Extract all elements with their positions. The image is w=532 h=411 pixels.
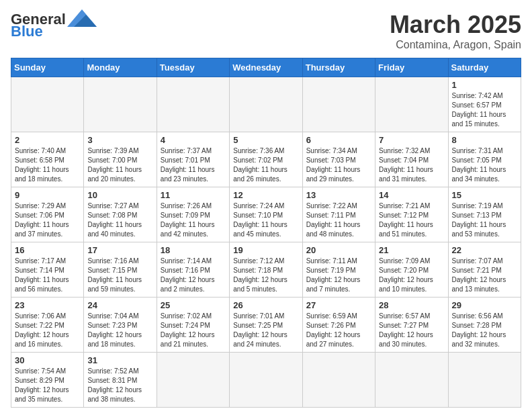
day-number: 14 bbox=[379, 190, 444, 200]
day-info: Sunrise: 7:21 AM Sunset: 7:12 PM Dayligh… bbox=[379, 201, 444, 239]
calendar-cell: 27Sunrise: 6:59 AM Sunset: 7:26 PM Dayli… bbox=[302, 298, 375, 353]
day-info: Sunrise: 7:16 AM Sunset: 7:15 PM Dayligh… bbox=[87, 257, 152, 294]
calendar-cell: 15Sunrise: 7:19 AM Sunset: 7:13 PM Dayli… bbox=[448, 187, 521, 242]
calendar-cell bbox=[302, 77, 375, 132]
day-number: 5 bbox=[233, 135, 298, 145]
day-number: 27 bbox=[306, 300, 371, 310]
day-info: Sunrise: 7:17 AM Sunset: 7:14 PM Dayligh… bbox=[15, 257, 80, 294]
day-number: 19 bbox=[233, 245, 298, 255]
day-info: Sunrise: 7:37 AM Sunset: 7:01 PM Dayligh… bbox=[161, 146, 226, 184]
day-info: Sunrise: 7:39 AM Sunset: 7:00 PM Dayligh… bbox=[87, 146, 152, 184]
calendar-cell bbox=[230, 77, 302, 132]
calendar-cell: 7Sunrise: 7:32 AM Sunset: 7:04 PM Daylig… bbox=[375, 132, 448, 187]
day-info: Sunrise: 6:56 AM Sunset: 7:28 PM Dayligh… bbox=[452, 312, 517, 349]
day-info: Sunrise: 7:31 AM Sunset: 7:05 PM Dayligh… bbox=[452, 146, 517, 184]
day-info: Sunrise: 6:57 AM Sunset: 7:27 PM Dayligh… bbox=[379, 312, 444, 349]
calendar-cell bbox=[448, 353, 521, 408]
day-number: 15 bbox=[452, 190, 517, 200]
calendar-cell: 2Sunrise: 7:40 AM Sunset: 6:58 PM Daylig… bbox=[11, 132, 84, 187]
calendar-cell bbox=[157, 77, 229, 132]
calendar-cell bbox=[230, 353, 302, 408]
day-info: Sunrise: 7:52 AM Sunset: 8:31 PM Dayligh… bbox=[87, 367, 152, 404]
calendar-cell: 16Sunrise: 7:17 AM Sunset: 7:14 PM Dayli… bbox=[11, 242, 84, 298]
day-info: Sunrise: 7:54 AM Sunset: 8:29 PM Dayligh… bbox=[15, 367, 80, 404]
day-info: Sunrise: 7:12 AM Sunset: 7:18 PM Dayligh… bbox=[233, 257, 298, 294]
day-number: 10 bbox=[87, 190, 152, 200]
calendar-cell: 28Sunrise: 6:57 AM Sunset: 7:27 PM Dayli… bbox=[375, 298, 448, 353]
day-info: Sunrise: 7:14 AM Sunset: 7:16 PM Dayligh… bbox=[161, 257, 226, 294]
weekday-header-wednesday: Wednesday bbox=[230, 58, 302, 77]
day-info: Sunrise: 7:09 AM Sunset: 7:20 PM Dayligh… bbox=[379, 257, 444, 294]
calendar-cell: 12Sunrise: 7:24 AM Sunset: 7:10 PM Dayli… bbox=[230, 187, 302, 242]
weekday-header-tuesday: Tuesday bbox=[157, 58, 229, 77]
calendar-cell: 23Sunrise: 7:06 AM Sunset: 7:22 PM Dayli… bbox=[11, 298, 84, 353]
month-title: March 2025 bbox=[390, 11, 521, 39]
day-info: Sunrise: 6:59 AM Sunset: 7:26 PM Dayligh… bbox=[306, 312, 371, 349]
title-area: March 2025 Contamina, Aragon, Spain bbox=[390, 11, 521, 51]
calendar-cell: 21Sunrise: 7:09 AM Sunset: 7:20 PM Dayli… bbox=[375, 242, 448, 298]
day-info: Sunrise: 7:34 AM Sunset: 7:03 PM Dayligh… bbox=[306, 146, 371, 184]
day-number: 17 bbox=[87, 245, 152, 255]
day-number: 29 bbox=[452, 300, 517, 310]
day-number: 30 bbox=[15, 355, 80, 365]
calendar-cell: 24Sunrise: 7:04 AM Sunset: 7:23 PM Dayli… bbox=[84, 298, 157, 353]
calendar-cell bbox=[375, 77, 448, 132]
logo-icon bbox=[67, 8, 97, 28]
calendar-cell: 25Sunrise: 7:02 AM Sunset: 7:24 PM Dayli… bbox=[157, 298, 229, 353]
day-number: 2 bbox=[15, 135, 80, 145]
day-info: Sunrise: 7:32 AM Sunset: 7:04 PM Dayligh… bbox=[379, 146, 444, 184]
weekday-header-monday: Monday bbox=[84, 58, 157, 77]
calendar-cell: 1Sunrise: 7:42 AM Sunset: 6:57 PM Daylig… bbox=[448, 77, 521, 132]
day-number: 18 bbox=[161, 245, 226, 255]
day-number: 24 bbox=[87, 300, 152, 310]
day-info: Sunrise: 7:11 AM Sunset: 7:19 PM Dayligh… bbox=[306, 257, 371, 294]
calendar-cell: 31Sunrise: 7:52 AM Sunset: 8:31 PM Dayli… bbox=[84, 353, 157, 408]
calendar-cell: 3Sunrise: 7:39 AM Sunset: 7:00 PM Daylig… bbox=[84, 132, 157, 187]
day-number: 11 bbox=[161, 190, 226, 200]
calendar-cell: 4Sunrise: 7:37 AM Sunset: 7:01 PM Daylig… bbox=[157, 132, 229, 187]
day-number: 9 bbox=[15, 190, 80, 200]
calendar-cell: 19Sunrise: 7:12 AM Sunset: 7:18 PM Dayli… bbox=[230, 242, 302, 298]
day-info: Sunrise: 7:42 AM Sunset: 6:57 PM Dayligh… bbox=[452, 91, 517, 129]
day-number: 16 bbox=[15, 245, 80, 255]
day-number: 4 bbox=[161, 135, 226, 145]
day-number: 3 bbox=[87, 135, 152, 145]
calendar-cell: 26Sunrise: 7:01 AM Sunset: 7:25 PM Dayli… bbox=[230, 298, 302, 353]
location-title: Contamina, Aragon, Spain bbox=[390, 39, 521, 51]
calendar-cell: 6Sunrise: 7:34 AM Sunset: 7:03 PM Daylig… bbox=[302, 132, 375, 187]
calendar-cell bbox=[84, 77, 157, 132]
day-number: 13 bbox=[306, 190, 371, 200]
calendar-cell bbox=[375, 353, 448, 408]
logo: General Blue bbox=[11, 11, 97, 39]
day-info: Sunrise: 7:07 AM Sunset: 7:21 PM Dayligh… bbox=[452, 257, 517, 294]
day-number: 31 bbox=[87, 355, 152, 365]
day-info: Sunrise: 7:06 AM Sunset: 7:22 PM Dayligh… bbox=[15, 312, 80, 349]
day-number: 28 bbox=[379, 300, 444, 310]
day-info: Sunrise: 7:26 AM Sunset: 7:09 PM Dayligh… bbox=[161, 201, 226, 239]
calendar-cell: 30Sunrise: 7:54 AM Sunset: 8:29 PM Dayli… bbox=[11, 353, 84, 408]
calendar-cell bbox=[302, 353, 375, 408]
header: General Blue March 2025 Contamina, Arago… bbox=[11, 11, 521, 51]
day-info: Sunrise: 7:01 AM Sunset: 7:25 PM Dayligh… bbox=[233, 312, 298, 349]
day-number: 7 bbox=[379, 135, 444, 145]
calendar-cell: 17Sunrise: 7:16 AM Sunset: 7:15 PM Dayli… bbox=[84, 242, 157, 298]
calendar-cell bbox=[157, 353, 229, 408]
calendar: SundayMondayTuesdayWednesdayThursdayFrid… bbox=[11, 58, 521, 408]
day-info: Sunrise: 7:29 AM Sunset: 7:06 PM Dayligh… bbox=[15, 201, 80, 239]
day-info: Sunrise: 7:22 AM Sunset: 7:11 PM Dayligh… bbox=[306, 201, 371, 239]
day-info: Sunrise: 7:36 AM Sunset: 7:02 PM Dayligh… bbox=[233, 146, 298, 184]
day-number: 12 bbox=[233, 190, 298, 200]
day-number: 25 bbox=[161, 300, 226, 310]
day-number: 21 bbox=[379, 245, 444, 255]
weekday-header-friday: Friday bbox=[375, 58, 448, 77]
calendar-cell: 14Sunrise: 7:21 AM Sunset: 7:12 PM Dayli… bbox=[375, 187, 448, 242]
weekday-header-sunday: Sunday bbox=[11, 58, 84, 77]
logo-blue: Blue bbox=[11, 24, 43, 39]
calendar-cell: 13Sunrise: 7:22 AM Sunset: 7:11 PM Dayli… bbox=[302, 187, 375, 242]
calendar-cell: 18Sunrise: 7:14 AM Sunset: 7:16 PM Dayli… bbox=[157, 242, 229, 298]
day-number: 20 bbox=[306, 245, 371, 255]
weekday-header-thursday: Thursday bbox=[302, 58, 375, 77]
calendar-cell: 11Sunrise: 7:26 AM Sunset: 7:09 PM Dayli… bbox=[157, 187, 229, 242]
day-number: 22 bbox=[452, 245, 517, 255]
calendar-cell: 9Sunrise: 7:29 AM Sunset: 7:06 PM Daylig… bbox=[11, 187, 84, 242]
